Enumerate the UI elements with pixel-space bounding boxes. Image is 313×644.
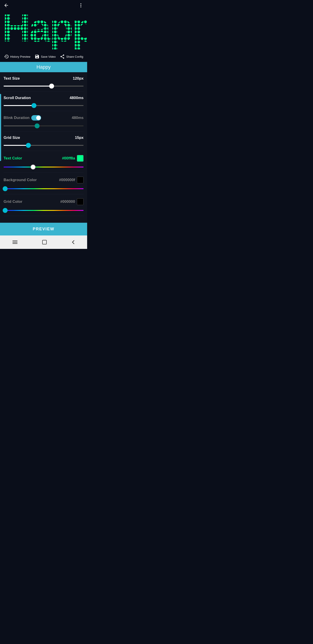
grid-color-slider-thumb[interactable] (3, 208, 7, 213)
grid-size-slider-thumb[interactable] (26, 143, 31, 148)
blink-duration-setting: Blink Duration 480ms (3, 111, 83, 132)
grid-size-setting: Grid Size 15px (3, 132, 83, 151)
back-button[interactable] (3, 3, 9, 10)
background-color-swatch[interactable] (77, 177, 83, 183)
text-size-label: Text Size (3, 76, 20, 81)
text-size-value: 120px (73, 76, 83, 81)
text-color-slider-thumb[interactable] (31, 164, 35, 170)
text-color-swatch[interactable] (77, 155, 83, 162)
svg-point-0 (80, 3, 81, 4)
svg-point-2 (80, 6, 81, 8)
more-options-button[interactable] (78, 3, 83, 10)
bottom-nav (0, 236, 87, 249)
grid-color-label: Grid Color (3, 200, 22, 204)
background-color-slider-track[interactable] (3, 188, 83, 189)
background-color-label: Background Color (3, 178, 37, 182)
svg-rect-10 (42, 240, 46, 244)
save-video-label: Save Video (41, 55, 56, 58)
nav-back-button[interactable] (67, 238, 79, 246)
text-size-slider-track[interactable] (3, 86, 83, 86)
background-color-slider-thumb[interactable] (3, 186, 7, 191)
spacer (3, 216, 83, 223)
settings-panel: Text Size 120px Scroll Duration 4800ms (0, 72, 87, 223)
text-size-setting: Text Size 120px (3, 72, 83, 92)
grid-color-value: #000000 (60, 200, 75, 204)
scroll-duration-label: Scroll Duration (3, 96, 31, 100)
grid-size-value: 15px (75, 136, 83, 140)
text-color-setting: Text Color #00ff8a (3, 151, 83, 173)
text-input-area[interactable] (0, 62, 87, 72)
scroll-duration-slider-thumb[interactable] (31, 103, 36, 108)
action-toolbar: History Preview Save Video Share Config (0, 52, 87, 62)
grid-color-slider-track[interactable] (3, 210, 83, 211)
nav-home-button[interactable] (37, 238, 52, 246)
nav-menu-button[interactable] (7, 238, 22, 246)
text-size-slider-thumb[interactable] (49, 84, 54, 88)
history-preview-button[interactable]: History Preview (4, 54, 30, 59)
blink-duration-label: Blink Duration (3, 116, 29, 120)
background-color-setting: Background Color #000000f (3, 173, 83, 194)
share-config-label: Share Config (66, 55, 83, 58)
grid-size-label: Grid Size (3, 136, 20, 140)
scroll-duration-value: 4800ms (70, 96, 83, 100)
grid-size-slider-track[interactable] (3, 145, 83, 146)
hero-preview: Happy (0, 0, 87, 52)
preview-button[interactable]: PREVIEW (0, 223, 87, 236)
save-video-button[interactable]: Save Video (35, 54, 56, 59)
blink-duration-slider-thumb[interactable] (35, 124, 39, 128)
text-input[interactable] (3, 64, 83, 70)
text-color-label: Text Color (3, 156, 22, 160)
background-color-value: #000000f (59, 178, 75, 182)
scroll-duration-slider-track[interactable] (3, 105, 83, 106)
history-preview-label: History Preview (10, 55, 30, 58)
share-config-button[interactable]: Share Config (60, 54, 83, 59)
blink-duration-slider-track[interactable] (3, 126, 83, 126)
blink-duration-toggle[interactable] (31, 115, 41, 120)
sidebar-accent (0, 94, 1, 161)
text-color-value: #00ff8a (62, 156, 75, 160)
scroll-duration-setting: Scroll Duration 4800ms (3, 92, 83, 111)
grid-color-setting: Grid Color #000000 (3, 194, 83, 216)
text-color-slider-track[interactable] (3, 166, 83, 168)
grid-color-swatch[interactable] (77, 198, 83, 205)
svg-point-1 (80, 5, 81, 6)
blink-duration-value: 480ms (72, 116, 83, 120)
